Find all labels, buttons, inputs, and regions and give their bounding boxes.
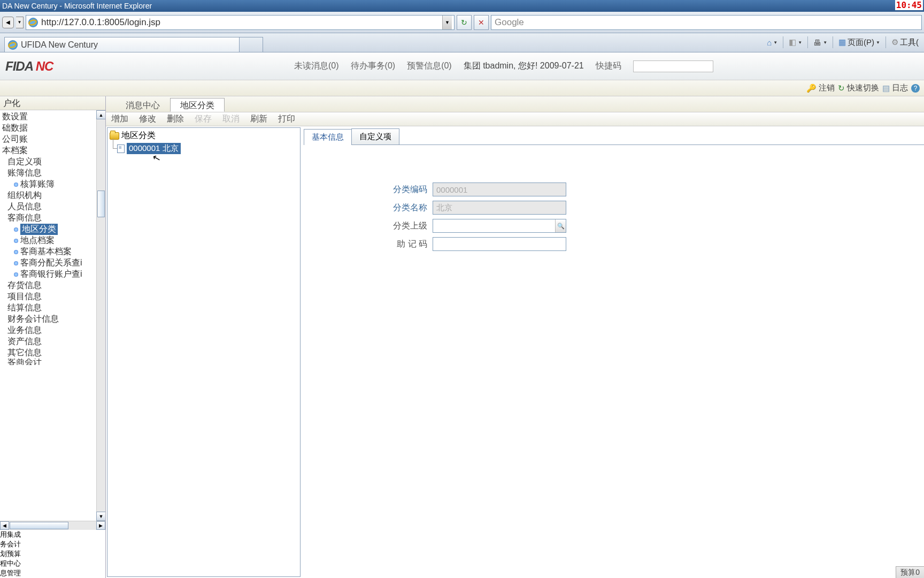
scroll-thumb-h[interactable] <box>10 522 68 529</box>
quick-label: 快捷码 <box>596 60 621 72</box>
print-button[interactable]: 🖶▼ <box>810 35 830 49</box>
quick-input[interactable] <box>633 60 713 72</box>
nav-item[interactable]: 本档案 <box>0 145 96 156</box>
refresh-button[interactable]: ↻ <box>457 15 472 30</box>
nav-item[interactable]: 人员信息 <box>0 201 96 212</box>
label-code: 分类编码 <box>387 184 427 195</box>
input-mnemonic[interactable] <box>433 237 566 251</box>
back-dropdown[interactable]: ▼ <box>16 17 24 28</box>
nav-item[interactable]: 项目信息 <box>0 291 96 302</box>
logo: FIDA NC <box>5 59 53 74</box>
scroll-down-button[interactable]: ▼ <box>96 512 105 521</box>
print-button[interactable]: 打印 <box>278 113 295 125</box>
log-link[interactable]: ▤日志 <box>882 83 908 93</box>
cancel-button: 取消 <box>222 113 240 125</box>
nav-item[interactable]: 客商基本档案 <box>0 246 96 257</box>
nav-item[interactable]: 客商银行账户查i <box>0 269 96 280</box>
nav-column: 户化 数设置础数据公司账本档案自定义项账簿信息核算账簿组织机构人员信息客商信息地… <box>0 96 106 578</box>
ie-page-icon <box>28 18 38 27</box>
back-button[interactable]: ◀ <box>2 17 14 28</box>
help-icon[interactable]: ? <box>911 84 920 93</box>
nav-item[interactable]: 业务信息 <box>0 325 96 336</box>
nav-section[interactable]: 用集成 <box>0 530 105 539</box>
nav-section[interactable]: 划预算 <box>0 549 105 559</box>
nav-item[interactable]: 数设置 <box>0 111 96 123</box>
input-code[interactable] <box>433 182 566 196</box>
unread-link[interactable]: 未读消息(0) <box>294 60 339 72</box>
nav-item[interactable]: 结算信息 <box>0 302 96 314</box>
todo-link[interactable]: 待办事务(0) <box>351 60 396 72</box>
tree-node-selected[interactable]: 0000001 北京 <box>117 143 298 154</box>
scroll-right-button[interactable]: ▶ <box>96 521 105 530</box>
browser-tab-row: UFIDA New Century ⌂▼ ◧▼ 🖶▼ ▦页面(P)▼ ⚙工具( <box>0 33 924 52</box>
nav-item[interactable]: 客商信息 <box>0 212 96 224</box>
nav-item[interactable]: 客商会计 <box>0 359 96 365</box>
search-input[interactable]: Google <box>491 15 922 30</box>
page-menu[interactable]: ▦页面(P)▼ <box>835 35 883 49</box>
nav-section[interactable]: 务会计 <box>0 539 105 549</box>
form-pane: 基本信息 自定义项 分类编码 分类名称 分类上级 <box>302 126 924 578</box>
refresh-button[interactable]: 刷新 <box>250 113 267 125</box>
nav-item[interactable]: 组织机构 <box>0 190 96 201</box>
stop-button[interactable]: ✕ <box>474 15 489 30</box>
nav-item[interactable]: 存货信息 <box>0 280 96 291</box>
form-tab-custom[interactable]: 自定义项 <box>351 128 399 144</box>
alert-link[interactable]: 预警信息(0) <box>407 60 452 72</box>
form-tabs: 基本信息 自定义项 <box>304 128 924 145</box>
nav-item[interactable]: 其它信息 <box>0 347 96 359</box>
content-toolbar: 增加 修改 删除 保存 取消 刷新 打印 <box>106 112 924 126</box>
horizontal-scrollbar[interactable]: ◀ ▶ <box>0 521 105 530</box>
switch-link[interactable]: ↻快速切换 <box>838 83 879 93</box>
browser-tab[interactable]: UFIDA New Century <box>4 37 240 52</box>
address-box[interactable]: http://127.0.0.1:8005/login.jsp ▼ <box>26 15 455 30</box>
doc-icon: ▤ <box>882 83 890 93</box>
greeting: 集团 tbadmin, 您好! 2009-07-21 <box>464 60 584 72</box>
scroll-thumb[interactable] <box>97 191 105 217</box>
content-tab[interactable]: 地区分类 <box>170 98 225 112</box>
address-dropdown[interactable]: ▼ <box>442 16 452 29</box>
delete-button[interactable]: 删除 <box>167 113 184 125</box>
nav-item[interactable]: 财务会计信息 <box>0 314 96 325</box>
label-mnemonic: 助 记 码 <box>387 239 427 250</box>
nav-section[interactable]: 程中心 <box>0 559 105 568</box>
tools-menu[interactable]: ⚙工具( <box>888 35 922 49</box>
nav-item[interactable]: 账簿信息 <box>0 168 96 179</box>
content: 消息中心地区分类 增加 修改 删除 保存 取消 刷新 打印 地区分类 00000… <box>106 96 924 578</box>
tree-root[interactable]: 地区分类 <box>110 130 298 141</box>
app-header: FIDA NC 未读消息(0) 待办事务(0) 预警信息(0) 集团 tbadm… <box>0 52 924 80</box>
nav-item[interactable]: 公司账 <box>0 134 96 145</box>
scroll-up-button[interactable]: ▲ <box>96 110 105 119</box>
nav-item[interactable]: 资产信息 <box>0 336 96 347</box>
tree-pane: 地区分类 0000001 北京 <box>107 127 301 577</box>
rss-button[interactable]: ◧▼ <box>786 35 805 49</box>
input-name[interactable] <box>433 201 566 215</box>
sub-toolbar: 🔑注销 ↻快速切换 ▤日志 ? <box>0 80 924 96</box>
scroll-left-button[interactable]: ◀ <box>0 521 9 530</box>
new-tab-button[interactable] <box>240 37 263 52</box>
nav-item[interactable]: 客商分配关系查i <box>0 257 96 269</box>
logout-link[interactable]: 🔑注销 <box>806 83 835 93</box>
header-links: 未读消息(0) 待办事务(0) 预警信息(0) 集团 tbadmin, 您好! … <box>294 60 713 72</box>
refresh-icon: ↻ <box>838 83 845 93</box>
label-name: 分类名称 <box>387 202 427 214</box>
input-parent[interactable] <box>433 219 566 233</box>
vertical-scrollbar[interactable]: ▲ ▼ <box>96 110 105 521</box>
label-parent: 分类上级 <box>387 220 427 232</box>
edit-button[interactable]: 修改 <box>139 113 156 125</box>
nav-item[interactable]: 核算账簿 <box>0 179 96 190</box>
add-button[interactable]: 增加 <box>111 113 128 125</box>
nav-item[interactable]: 自定义项 <box>0 156 96 168</box>
window-titlebar: DA New Century - Microsoft Internet Expl… <box>0 0 924 12</box>
nav-item[interactable]: 地点档案 <box>0 235 96 246</box>
lookup-icon[interactable]: 🔍 <box>555 219 566 232</box>
form-tab-basic[interactable]: 基本信息 <box>304 129 352 145</box>
nav-section[interactable]: 息管理 <box>0 568 105 578</box>
home-button[interactable]: ⌂▼ <box>764 35 781 49</box>
file-icon <box>117 144 125 153</box>
nav-item[interactable]: 础数据 <box>0 123 96 134</box>
nav-item[interactable]: 地区分类 <box>0 224 96 235</box>
window-title: DA New Century - Microsoft Internet Expl… <box>2 2 152 10</box>
folder-icon <box>110 132 119 140</box>
content-tab[interactable]: 消息中心 <box>116 98 170 112</box>
nav-header: 户化 <box>0 96 105 110</box>
